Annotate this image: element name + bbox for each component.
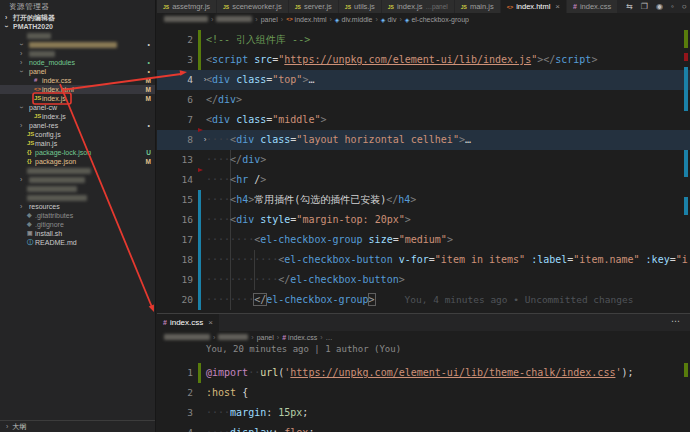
tree-item-blurred[interactable]: ›	[0, 175, 155, 184]
tree-item-panel-res[interactable]: ›panel-res•	[0, 121, 155, 130]
breadcrumb-item-index-html[interactable]: <>index.html	[286, 16, 326, 23]
code-line-20[interactable]: 20········</el-checkbox-group>You, 4 min…	[157, 290, 690, 310]
html-symbol-icon: <>	[286, 16, 292, 22]
breadcrumb-item-div[interactable]: ◈div	[381, 16, 397, 23]
tree-item-index.js[interactable]: JSindex.js	[0, 112, 155, 121]
code-line-18[interactable]: 18············<el-checkbox-button v-for=…	[157, 250, 690, 270]
breadcrumb-item--[interactable]: …	[326, 334, 333, 341]
tree-item-package.json[interactable]: {}package.jsonM	[0, 157, 155, 166]
line-number: 3	[157, 50, 193, 70]
tree-item-node_modules[interactable]: ›node_modules•	[0, 58, 155, 67]
file-label: panel-res	[29, 121, 58, 130]
breadcrumb-item-div-middle[interactable]: ◈div.middle	[335, 16, 373, 23]
line-number: 4	[157, 70, 193, 90]
tree-item-blurred[interactable]	[0, 193, 155, 202]
chevron-right-icon: ›	[20, 49, 22, 58]
html-file-icon: <>	[507, 4, 513, 10]
project-section[interactable]: › PMATH2020	[0, 22, 155, 31]
code-line-2[interactable]: 2:host {	[157, 383, 690, 403]
tree-item-main.js[interactable]: JSmain.js	[0, 139, 155, 148]
redacted-label	[27, 195, 87, 201]
html-file-icon: <>	[34, 85, 41, 94]
tab-index-js[interactable]: JSindex.js…panel	[382, 0, 455, 13]
line-number: 6	[157, 90, 193, 110]
tree-item-panel-cw[interactable]: ›panel-cw	[0, 103, 155, 112]
tree-item-.gitignore[interactable]: ◆.gitignore	[0, 220, 155, 229]
tab-assetmgr-js[interactable]: JSassetmgr.js	[157, 0, 217, 13]
code-line-16[interactable]: 16····<div style="margin-top: 20px">	[157, 210, 690, 230]
open-preview-icon[interactable]: ❐	[641, 2, 648, 11]
tab-sceneworker-js[interactable]: JSsceneworker.js	[217, 0, 289, 13]
git-status-badge: U	[146, 148, 151, 157]
explorer-sidebar: 资源管理器 › 打开的编辑器 › PMATH2020 ›•››node_modu…	[0, 0, 156, 432]
tree-item-index.js[interactable]: JSindex.jsM	[0, 94, 155, 103]
tree-item-blurred[interactable]	[0, 31, 155, 40]
redacted-label	[29, 177, 85, 183]
modified-dot: •	[148, 40, 150, 49]
tree-item-index.css[interactable]: #index.cssM	[0, 76, 155, 85]
code-text: ····display: flex;	[206, 423, 314, 432]
json-file-icon: {}	[27, 148, 32, 157]
tab-label: main.js	[470, 2, 494, 11]
tab-server-js[interactable]: JSserver.js	[289, 0, 339, 13]
tree-item-config.js[interactable]: JSconfig.js	[0, 130, 155, 139]
js-file-icon: JS	[461, 4, 467, 10]
tree-item-blurred[interactable]: ›•	[0, 40, 155, 49]
close-icon[interactable]: ×	[208, 318, 213, 327]
breadcrumb-item-panel[interactable]: panel	[261, 16, 278, 23]
tree-item-.gitattributes[interactable]: ◆.gitattributes	[0, 211, 155, 220]
code-line-2[interactable]: 2<!-- 引入组件库 -->	[157, 30, 690, 50]
css-symbol-icon: #	[282, 334, 286, 341]
breadcrumb-item-el-checkbox-group[interactable]: ◈el-checkbox-group	[405, 16, 469, 23]
tab-description: …panel	[425, 3, 447, 10]
code-line-3[interactable]: 3<script src="https://unpkg.com/element-…	[157, 50, 690, 70]
code-text: ····</div>	[206, 150, 266, 170]
code-line-13[interactable]: 13····</div>	[157, 150, 690, 170]
code-line-17[interactable]: 17········<el-checkbox-group size="mediu…	[157, 230, 690, 250]
git-gutter-marker	[198, 290, 201, 310]
tab-label: index.js	[397, 2, 422, 11]
code-line-14[interactable]: 14····<hr />	[157, 170, 690, 190]
git-status-badge: M	[146, 76, 151, 85]
code-line-7[interactable]: 7<div class="middle">	[157, 110, 690, 130]
tree-item-install.sh[interactable]: ▣install.sh	[0, 229, 155, 238]
code-line-6[interactable]: 6</div>	[157, 90, 690, 110]
code-line-1[interactable]: 1@import··url('https://unpkg.com/element…	[157, 363, 690, 383]
more-actions-icon[interactable]: ⋯	[671, 314, 690, 331]
code-text: <div class="middle">	[206, 110, 326, 130]
file-label: resources	[29, 202, 60, 211]
run-icon[interactable]: ○	[682, 2, 687, 11]
code-line-19[interactable]: 19············</el-checkbox-button>	[157, 270, 690, 290]
tree-item-blurred[interactable]	[0, 184, 155, 193]
open-changes-icon[interactable]: ◉	[656, 2, 663, 11]
tree-item-blurred[interactable]	[0, 166, 155, 175]
breadcrumb-item-index-css[interactable]: #index.css	[282, 334, 317, 341]
outline-section[interactable]: ›大纲	[0, 420, 155, 432]
tab-utils-js[interactable]: JSutils.js	[339, 0, 382, 13]
tab-index-css[interactable]: #index.css	[567, 0, 618, 13]
tree-item-index.html[interactable]: <>index.htmlM	[0, 85, 155, 94]
code-line-8[interactable]: 8›····<div class="layout horizontal cell…	[157, 130, 690, 150]
compare-changes-icon[interactable]: ⇆	[626, 2, 633, 11]
open-editors-section[interactable]: › 打开的编辑器	[0, 13, 155, 22]
breadcrumb-item-panel[interactable]: panel	[257, 334, 274, 341]
code-line-4[interactable]: 4····display: flex;	[157, 423, 690, 432]
tree-item-package-lock.json[interactable]: {}package-lock.jsonU	[0, 148, 155, 157]
code-line-15[interactable]: 15····<h4>常用插件(勾选的插件已安装)</h4>	[157, 190, 690, 210]
status-dot-icon[interactable]: ◦	[671, 2, 674, 11]
file-label: panel-cw	[29, 103, 57, 112]
tree-item-panel[interactable]: ›panel•	[0, 67, 155, 76]
code-line-4[interactable]: 4›<div class="top">…	[157, 70, 690, 90]
code-text: ········<el-checkbox-group size="medium"…	[206, 230, 453, 250]
code-text: @import··url('https://unpkg.com/element-…	[206, 363, 634, 383]
tree-item-README.md[interactable]: ⓘREADME.md	[0, 238, 155, 247]
tab-index-html[interactable]: <>index.html×	[501, 0, 567, 13]
tab-index-css[interactable]: # index.css ×	[157, 314, 220, 331]
tab-main-js[interactable]: JSmain.js	[455, 0, 501, 13]
code-text: ····<div style="margin-top: 20px">	[206, 210, 411, 230]
close-icon[interactable]: ×	[555, 2, 560, 11]
tree-item-blurred[interactable]: ›	[0, 49, 155, 58]
code-editor-html[interactable]: 2<!-- 引入组件库 -->3<script src="https://unp…	[157, 25, 690, 313]
code-line-3[interactable]: 3····margin: 15px;	[157, 403, 690, 423]
tree-item-resources[interactable]: ›resources	[0, 202, 155, 211]
